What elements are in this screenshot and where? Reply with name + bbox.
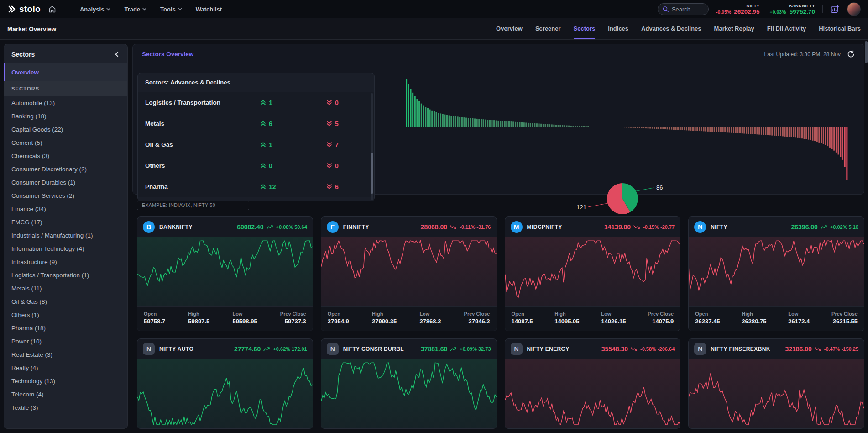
ohlc-value: 59737.3 — [280, 318, 306, 325]
trend-up-icon — [267, 225, 273, 230]
ohlc-label: Prev Close — [280, 311, 306, 317]
sidebar-item-information-technology[interactable]: Information Technology (4) — [4, 242, 127, 255]
menu-tools[interactable]: Tools — [160, 6, 182, 13]
tab-advances-declines[interactable]: Advances & Declines — [641, 18, 701, 39]
symbol-icon: N — [694, 221, 706, 233]
tab-sectors[interactable]: Sectors — [574, 18, 596, 39]
app-logo[interactable]: stolo — [7, 4, 41, 14]
table-rows: Logistics / Transportation10Metals65Oil … — [138, 92, 374, 197]
ohlc-high: High14095.05 — [554, 311, 579, 331]
advances-declines-table: Sectors: Advances & Declines Logistics /… — [137, 73, 375, 201]
sector-name: Logistics / Transportation — [145, 99, 261, 106]
add-chart-button[interactable] — [830, 5, 840, 14]
sectors-overview-panel: Sectors Overview Last Updated: 3:30 PM, … — [132, 44, 864, 195]
ohlc-label: Low — [232, 311, 257, 317]
index-card-nifty[interactable]: N NIFTY 26396.00 +0.02% 5.10 Open26237.4… — [688, 216, 864, 331]
sidebar-item-telecom[interactable]: Telecom (4) — [4, 388, 127, 401]
sidebar-item-cement[interactable]: Cement (5) — [4, 136, 127, 149]
ticker-label: BANKNIFTY — [789, 3, 815, 8]
menu-trade[interactable]: Trade — [124, 6, 146, 13]
ticker-banknifty[interactable]: +0.03%BANKNIFTY59752.70 — [770, 3, 816, 15]
ticker-nifty[interactable]: -0.05%NIFTY26202.95 — [716, 3, 760, 15]
sector-row[interactable]: Logistics / Transportation10 — [138, 92, 374, 113]
sidebar-item-realty[interactable]: Realty (4) — [4, 361, 127, 375]
sidebar-item-industrials-manufacturing[interactable]: Industrials / Manufacturing (1) — [4, 229, 127, 242]
sector-row[interactable]: Others00 — [138, 155, 374, 176]
index-card-nifty-consr-durbl[interactable]: N NIFTY CONSR DURBL 37881.60 +0.09% 32.7… — [321, 338, 497, 429]
index-card-banknifty[interactable]: B BANKNIFTY 60082.40 +0.08% 50.64 Open59… — [137, 216, 313, 331]
chart-add-icon — [830, 5, 840, 14]
tab-indices[interactable]: Indices — [608, 18, 628, 39]
sidebar-item-consumer-services[interactable]: Consumer Services (2) — [4, 189, 127, 202]
sidebar-item-consumer-durables[interactable]: Consumer Durables (1) — [4, 176, 127, 189]
sidebar-item-automobile[interactable]: Automobile (13) — [4, 96, 127, 110]
last-price: 60082.40 — [237, 223, 263, 231]
index-card-midcpnifty[interactable]: M MIDCPNIFTY 14139.00 -0.15% -20.77 Open… — [505, 216, 681, 331]
menu-watchlist[interactable]: Watchlist — [196, 6, 222, 13]
index-card-nifty-auto[interactable]: N NIFTY AUTO 27774.60 +0.62% 172.01 — [137, 338, 313, 429]
sidebar-item-infrastructure[interactable]: Infrastructure (9) — [4, 255, 127, 269]
ohlc-open: Open27954.9 — [328, 311, 349, 331]
trend-up-icon — [450, 347, 457, 352]
card-header: B BANKNIFTY 60082.40 +0.08% 50.64 — [137, 217, 313, 237]
home-button[interactable] — [48, 5, 57, 13]
tab-historical-bars[interactable]: Historical Bars — [819, 18, 861, 39]
ohlc-label: High — [188, 311, 209, 317]
sidebar-item-technology[interactable]: Technology (13) — [4, 375, 127, 388]
advances-cell: 0 — [261, 162, 327, 169]
sidebar-item-textile[interactable]: Textile (3) — [4, 401, 127, 414]
sidebar-item-consumer-discretionary[interactable]: Consumer Discretionary (2) — [4, 163, 127, 176]
sidebar-item-pharma[interactable]: Pharma (18) — [4, 322, 127, 335]
tab-screener[interactable]: Screener — [535, 18, 561, 39]
sidebar-item-banking[interactable]: Banking (18) — [4, 110, 127, 123]
sector-name: Pharma — [145, 183, 261, 190]
search-input[interactable] — [672, 6, 704, 13]
index-cards-row-1: B BANKNIFTY 60082.40 +0.08% 50.64 Open59… — [137, 216, 864, 331]
index-tickers: -0.05%NIFTY26202.95+0.03%BANKNIFTY59752.… — [716, 3, 815, 15]
sidebar-item-capital-goods[interactable]: Capital Goods (22) — [4, 123, 127, 136]
sidebar-item-chemicals[interactable]: Chemicals (3) — [4, 149, 127, 163]
card-footer: Open27954.9High27990.35Low27868.2Prev Cl… — [321, 306, 497, 331]
sidebar-item-metals[interactable]: Metals (11) — [4, 282, 127, 295]
sidebar-item-finance[interactable]: Finance (34) — [4, 202, 127, 216]
ohlc-label: Low — [788, 311, 810, 317]
sidebar-item-logistics-transportation[interactable]: Logistics / Transportation (1) — [4, 269, 127, 282]
trend-up-icon — [821, 225, 827, 230]
symbol-search-input[interactable] — [137, 201, 249, 210]
price-block: 60082.40 +0.08% 50.64 — [237, 223, 307, 231]
index-card-nifty-energy[interactable]: N NIFTY ENERGY 35548.30 -0.58% -206.64 — [505, 338, 681, 429]
symbol-icon: M — [511, 221, 523, 233]
table-scrollbar[interactable] — [371, 93, 373, 200]
page-scrollbar-thumb[interactable] — [865, 41, 868, 63]
sidebar-section-label: SECTORS — [4, 81, 127, 96]
user-avatar[interactable] — [847, 2, 861, 16]
menu-analysis[interactable]: Analysis — [80, 6, 110, 13]
sidebar-item-fmcg[interactable]: FMCG (17) — [4, 216, 127, 229]
page-scrollbar[interactable] — [865, 40, 868, 432]
ohlc-open: Open26237.45 — [695, 311, 720, 331]
tab-market-replay[interactable]: Market Replay — [714, 18, 754, 39]
collapse-sidebar-icon[interactable] — [114, 51, 120, 58]
tab-overview[interactable]: Overview — [496, 18, 523, 39]
sidebar-title: Sectors — [11, 51, 35, 58]
index-card-nifty-finserexbnk[interactable]: N NIFTY FINSEREXBNK 32186.00 -0.47% -150… — [688, 338, 864, 429]
panel-title: Sectors Overview — [142, 51, 193, 58]
global-search[interactable] — [658, 3, 709, 15]
table-scrollbar-thumb[interactable] — [371, 153, 373, 194]
sidebar-item-others[interactable]: Others (1) — [4, 308, 127, 322]
sidebar-item-overview[interactable]: Overview — [4, 63, 127, 81]
sidebar-item-power[interactable]: Power (10) — [4, 335, 127, 348]
tab-fii-dii-activity[interactable]: FII DII Activity — [767, 18, 806, 39]
refresh-button[interactable] — [847, 50, 855, 58]
index-card-finnifty[interactable]: F FINNIFTY 28068.00 -0.11% -31.76 Open27… — [321, 216, 497, 331]
pie-label-declines: 121 — [576, 204, 586, 211]
sector-row[interactable]: Oil & Gas17 — [138, 134, 374, 155]
sector-row[interactable]: Metals65 — [138, 113, 374, 134]
ticker-label: NIFTY — [747, 3, 760, 8]
sidebar-item-oil-gas[interactable]: Oil & Gas (8) — [4, 295, 127, 308]
sidebar-item-real-estate[interactable]: Real Estate (3) — [4, 348, 127, 361]
ohlc-value: 59598.95 — [232, 318, 257, 325]
symbol-name: NIFTY AUTO — [159, 346, 193, 352]
trend-up-icon — [263, 347, 270, 352]
sector-row[interactable]: Pharma126 — [138, 176, 374, 197]
